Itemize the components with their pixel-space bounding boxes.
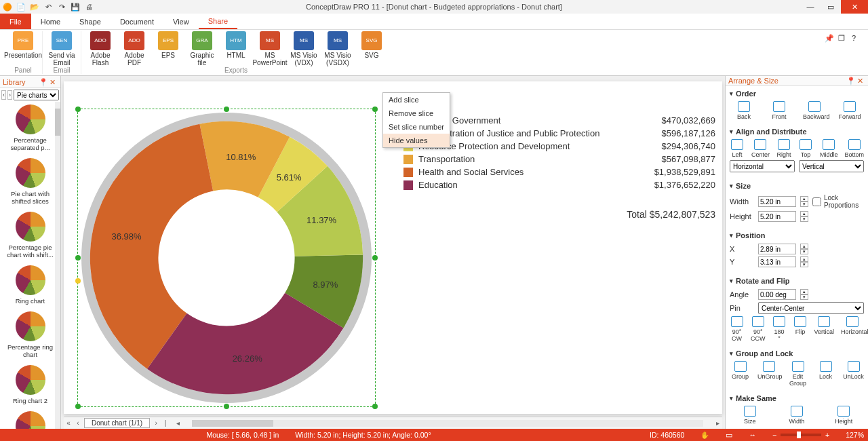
- close-icon[interactable]: ✕: [857, 77, 865, 85]
- library-item[interactable]: Percentage separated p...: [1, 104, 59, 151]
- x-input[interactable]: [758, 244, 796, 254]
- ribbon-btn-eps[interactable]: EPSEPS: [153, 31, 183, 66]
- section-align[interactable]: Align and Distribute: [730, 126, 864, 138]
- sheet-last[interactable]: |: [161, 419, 170, 427]
- library-item[interactable]: Pie chart with shifted slices: [1, 158, 59, 205]
- cmd-ungroup[interactable]: UnGroup: [757, 361, 781, 387]
- sheet-tab-current[interactable]: Donut chart (1/1): [84, 418, 150, 428]
- cmd-90-cw[interactable]: 90° CW: [730, 316, 744, 342]
- spin-down[interactable]: ▾: [800, 202, 808, 207]
- selection-handle[interactable]: [372, 255, 378, 261]
- y-input[interactable]: [758, 256, 796, 267]
- cmd-horizontal[interactable]: Horizontal: [841, 316, 864, 342]
- close-button[interactable]: ✕: [841, 0, 868, 14]
- cmd-group[interactable]: Group: [730, 361, 751, 387]
- selection-handle[interactable]: [75, 404, 81, 409]
- ribbon-pin-icon[interactable]: 📌: [825, 34, 834, 43]
- tab-share[interactable]: Share: [199, 14, 237, 29]
- donut-chart[interactable]: 8.97%11.37%5.61%10.81%36.98%26.26%: [81, 113, 372, 403]
- cmd-vertical[interactable]: Vertical: [814, 316, 834, 342]
- cmd-bottom[interactable]: Bottom: [844, 139, 864, 158]
- align-v-select[interactable]: Vertical: [799, 160, 864, 172]
- width-input[interactable]: [758, 196, 796, 207]
- library-item[interactable]: Percentage ring chart: [1, 311, 59, 358]
- zoom-level[interactable]: 127%: [846, 431, 864, 439]
- ribbon-btn-adobe-pdf[interactable]: ADOAdobe PDF: [119, 31, 149, 66]
- hscrollbar[interactable]: [192, 420, 703, 427]
- cmd-180-[interactable]: 180 °: [772, 316, 786, 342]
- scroll-thumb[interactable]: [55, 109, 60, 136]
- library-item[interactable]: Ring chart 2: [1, 365, 59, 404]
- hscroll-right[interactable]: ▸: [713, 419, 722, 427]
- spin-down[interactable]: ▾: [800, 216, 808, 222]
- cmd-right[interactable]: Right: [776, 139, 791, 158]
- pin-select[interactable]: Center-Center: [758, 302, 864, 314]
- ribbon-btn-presentation[interactable]: PREPresentation: [8, 31, 38, 59]
- cmd-edit-group[interactable]: Edit Group: [787, 361, 808, 387]
- ribbon-btn-svg[interactable]: SVGSVG: [357, 31, 387, 66]
- cmd-width[interactable]: Width: [785, 406, 808, 425]
- cmd-forward[interactable]: Forward: [838, 101, 861, 120]
- ribbon-btn-graphic-file[interactable]: GRAGraphic file: [187, 31, 217, 66]
- cmd-top[interactable]: Top: [798, 139, 813, 158]
- section-order[interactable]: Order: [730, 88, 864, 100]
- section-makesame[interactable]: Make Same: [730, 392, 864, 404]
- section-group[interactable]: Group and Lock: [730, 347, 864, 360]
- tab-shape[interactable]: Shape: [70, 14, 111, 29]
- cmd-back[interactable]: Back: [732, 101, 755, 120]
- cmd-center[interactable]: Center: [751, 139, 770, 158]
- library-selector[interactable]: Pie charts: [14, 90, 59, 100]
- cmd-90-ccw[interactable]: 90° CCW: [751, 316, 765, 342]
- fit-width-icon[interactable]: ↔: [749, 431, 756, 439]
- selection-handle[interactable]: [224, 107, 229, 112]
- hand-tool-icon[interactable]: ✋: [701, 431, 709, 440]
- library-scrollbar[interactable]: [55, 102, 60, 429]
- tab-document[interactable]: Document: [111, 14, 163, 29]
- selection-handle[interactable]: [372, 404, 378, 409]
- minimize-button[interactable]: —: [800, 0, 821, 14]
- section-size[interactable]: Size: [730, 180, 864, 192]
- maximize-button[interactable]: ▭: [821, 0, 841, 14]
- context-menu-item[interactable]: Add slice: [383, 93, 450, 107]
- zoom-out-icon[interactable]: −: [772, 431, 776, 439]
- zoom-slider[interactable]: − +: [772, 431, 829, 439]
- tab-view[interactable]: View: [163, 14, 199, 29]
- ribbon-collapse-icon[interactable]: ❐: [838, 34, 848, 43]
- angle-input[interactable]: [758, 289, 796, 300]
- library-item[interactable]: Percentage ring chart 2: [1, 411, 59, 429]
- sheet-next[interactable]: ›: [151, 419, 161, 427]
- library-item[interactable]: Percentage pie chart with shift...: [1, 212, 59, 258]
- hscroll-left[interactable]: ◂: [173, 419, 182, 427]
- cmd-unlock[interactable]: UnLock: [843, 361, 864, 387]
- tab-home[interactable]: Home: [31, 14, 70, 29]
- context-menu-item[interactable]: Remove slice: [383, 107, 450, 120]
- spin-up[interactable]: ▴: [800, 211, 808, 216]
- spin-up[interactable]: ▴: [800, 196, 808, 202]
- ribbon-help-icon[interactable]: ?: [852, 34, 861, 43]
- adjust-handle[interactable]: [75, 278, 81, 284]
- pin-icon[interactable]: 📍: [846, 77, 854, 85]
- ribbon-btn-ms-visio-vdx-[interactable]: MS MS Visio (VDX): [289, 31, 319, 66]
- library-item[interactable]: Ring chart: [1, 265, 59, 305]
- selection-handle[interactable]: [224, 404, 229, 409]
- ribbon-btn-html[interactable]: HTMHTML: [221, 31, 251, 66]
- cmd-lock[interactable]: Lock: [815, 361, 836, 387]
- close-icon[interactable]: ✕: [50, 78, 58, 86]
- selection-handle[interactable]: [372, 107, 378, 112]
- prev-icon[interactable]: ‹: [1, 90, 6, 100]
- ribbon-btn-ms-powerpoint[interactable]: MS MS PowerPoint: [255, 31, 285, 66]
- page-canvas[interactable]: 8.97%11.37%5.61%10.81%36.98%26.26% Gener…: [64, 81, 722, 414]
- zoom-in-icon[interactable]: +: [825, 431, 829, 439]
- lock-proportions-checkbox[interactable]: [812, 197, 821, 206]
- section-position[interactable]: Position: [730, 229, 864, 242]
- tab-file[interactable]: File: [0, 14, 31, 29]
- sheet-prev[interactable]: ‹: [73, 419, 83, 427]
- ribbon-btn-adobe-flash[interactable]: ADOAdobe Flash: [85, 31, 115, 66]
- section-rotate[interactable]: Rotate and Flip: [730, 275, 864, 287]
- align-h-select[interactable]: Horizontal: [730, 160, 795, 172]
- ribbon-btn-ms-visio-vsdx-[interactable]: MS MS Visio (VSDX): [323, 31, 353, 66]
- cmd-size[interactable]: Size: [738, 406, 762, 425]
- cmd-backward[interactable]: Backward: [803, 101, 826, 120]
- hscroll-thumb[interactable]: [192, 420, 273, 427]
- cmd-middle[interactable]: Middle: [820, 139, 838, 158]
